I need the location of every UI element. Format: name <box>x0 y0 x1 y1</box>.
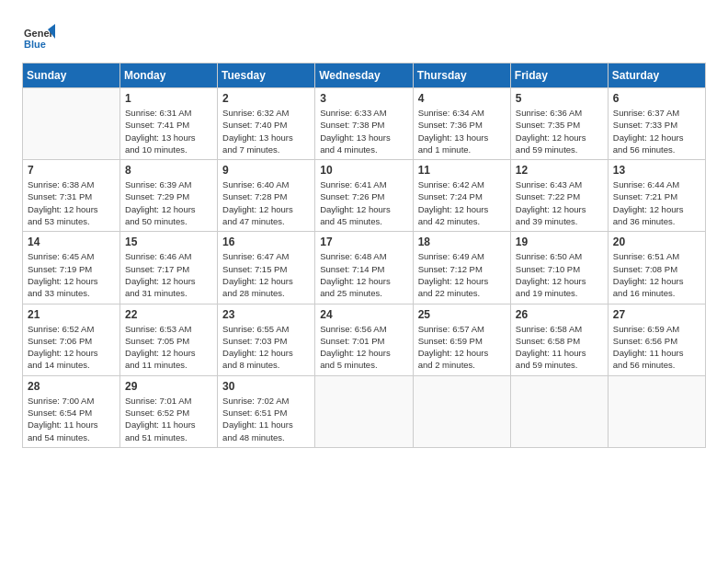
calendar-day-cell <box>510 375 608 447</box>
calendar-day-cell <box>608 375 705 447</box>
calendar-day-cell: 25Sunrise: 6:57 AM Sunset: 6:59 PM Dayli… <box>413 304 510 375</box>
day-number: 28 <box>28 380 115 393</box>
calendar-day-cell: 11Sunrise: 6:42 AM Sunset: 7:24 PM Dayli… <box>413 160 510 232</box>
day-number: 4 <box>418 92 506 105</box>
day-info: Sunrise: 6:31 AM Sunset: 7:41 PM Dayligh… <box>125 107 212 155</box>
calendar-day-cell: 15Sunrise: 6:46 AM Sunset: 7:17 PM Dayli… <box>120 232 218 304</box>
day-info: Sunrise: 6:32 AM Sunset: 7:40 PM Dayligh… <box>222 107 310 155</box>
day-info: Sunrise: 6:50 AM Sunset: 7:10 PM Dayligh… <box>516 250 603 299</box>
day-number: 10 <box>320 164 407 177</box>
calendar-day-cell: 16Sunrise: 6:47 AM Sunset: 7:15 PM Dayli… <box>218 232 315 304</box>
day-number: 23 <box>222 308 310 321</box>
day-number: 26 <box>516 308 603 321</box>
calendar-day-cell: 20Sunrise: 6:51 AM Sunset: 7:08 PM Dayli… <box>608 232 705 304</box>
calendar-day-cell: 10Sunrise: 6:41 AM Sunset: 7:26 PM Dayli… <box>315 160 413 232</box>
day-info: Sunrise: 6:46 AM Sunset: 7:17 PM Dayligh… <box>125 250 212 299</box>
calendar-day-cell: 24Sunrise: 6:56 AM Sunset: 7:01 PM Dayli… <box>315 304 413 375</box>
calendar-day-cell: 26Sunrise: 6:58 AM Sunset: 6:58 PM Dayli… <box>510 304 608 375</box>
day-number: 7 <box>28 164 115 177</box>
day-info: Sunrise: 6:59 AM Sunset: 6:56 PM Dayligh… <box>613 323 700 372</box>
calendar-week-row: 28Sunrise: 7:00 AM Sunset: 6:54 PM Dayli… <box>23 375 706 447</box>
weekday-header-cell: Sunday <box>23 63 120 88</box>
day-number: 3 <box>320 92 407 105</box>
day-info: Sunrise: 6:42 AM Sunset: 7:24 PM Dayligh… <box>418 178 506 227</box>
day-number: 12 <box>516 164 603 177</box>
day-info: Sunrise: 7:02 AM Sunset: 6:51 PM Dayligh… <box>222 395 310 443</box>
weekday-header-cell: Wednesday <box>315 63 413 88</box>
day-info: Sunrise: 6:45 AM Sunset: 7:19 PM Dayligh… <box>28 250 115 299</box>
weekday-header-cell: Tuesday <box>218 63 315 88</box>
calendar-day-cell: 28Sunrise: 7:00 AM Sunset: 6:54 PM Dayli… <box>23 375 120 447</box>
day-info: Sunrise: 6:40 AM Sunset: 7:28 PM Dayligh… <box>222 178 310 227</box>
day-info: Sunrise: 6:52 AM Sunset: 7:06 PM Dayligh… <box>28 323 115 372</box>
calendar-day-cell: 6Sunrise: 6:37 AM Sunset: 7:33 PM Daylig… <box>608 88 705 160</box>
calendar-day-cell: 7Sunrise: 6:38 AM Sunset: 7:31 PM Daylig… <box>23 160 120 232</box>
day-info: Sunrise: 6:49 AM Sunset: 7:12 PM Dayligh… <box>418 250 506 299</box>
calendar-day-cell: 4Sunrise: 6:34 AM Sunset: 7:36 PM Daylig… <box>413 88 510 160</box>
day-info: Sunrise: 7:00 AM Sunset: 6:54 PM Dayligh… <box>28 395 115 443</box>
day-number: 25 <box>418 308 506 321</box>
day-info: Sunrise: 6:38 AM Sunset: 7:31 PM Dayligh… <box>28 178 115 227</box>
calendar-day-cell: 12Sunrise: 6:43 AM Sunset: 7:22 PM Dayli… <box>510 160 608 232</box>
calendar-day-cell: 1Sunrise: 6:31 AM Sunset: 7:41 PM Daylig… <box>120 88 218 160</box>
logo-icon: General Blue <box>22 22 55 55</box>
day-info: Sunrise: 6:34 AM Sunset: 7:36 PM Dayligh… <box>418 107 506 155</box>
day-number: 9 <box>222 164 310 177</box>
day-number: 21 <box>28 308 115 321</box>
calendar-day-cell: 30Sunrise: 7:02 AM Sunset: 6:51 PM Dayli… <box>218 375 315 447</box>
svg-text:Blue: Blue <box>24 39 46 50</box>
calendar-day-cell <box>315 375 413 447</box>
day-number: 5 <box>516 92 603 105</box>
day-number: 27 <box>613 308 700 321</box>
day-info: Sunrise: 6:57 AM Sunset: 6:59 PM Dayligh… <box>418 323 506 372</box>
calendar-week-row: 14Sunrise: 6:45 AM Sunset: 7:19 PM Dayli… <box>23 232 706 304</box>
calendar-day-cell: 22Sunrise: 6:53 AM Sunset: 7:05 PM Dayli… <box>120 304 218 375</box>
calendar-day-cell: 27Sunrise: 6:59 AM Sunset: 6:56 PM Dayli… <box>608 304 705 375</box>
weekday-header-row: SundayMondayTuesdayWednesdayThursdayFrid… <box>23 63 706 88</box>
calendar-day-cell: 2Sunrise: 6:32 AM Sunset: 7:40 PM Daylig… <box>218 88 315 160</box>
calendar-day-cell: 9Sunrise: 6:40 AM Sunset: 7:28 PM Daylig… <box>218 160 315 232</box>
day-info: Sunrise: 6:47 AM Sunset: 7:15 PM Dayligh… <box>222 250 310 299</box>
weekday-header-cell: Monday <box>120 63 218 88</box>
day-info: Sunrise: 7:01 AM Sunset: 6:52 PM Dayligh… <box>125 395 212 443</box>
calendar-body: 1Sunrise: 6:31 AM Sunset: 7:41 PM Daylig… <box>23 88 706 448</box>
calendar-day-cell: 18Sunrise: 6:49 AM Sunset: 7:12 PM Dayli… <box>413 232 510 304</box>
day-number: 14 <box>28 236 115 248</box>
day-number: 29 <box>125 380 212 393</box>
calendar-day-cell: 29Sunrise: 7:01 AM Sunset: 6:52 PM Dayli… <box>120 375 218 447</box>
day-number: 13 <box>613 164 700 177</box>
weekday-header-cell: Saturday <box>608 63 705 88</box>
day-info: Sunrise: 6:39 AM Sunset: 7:29 PM Dayligh… <box>125 178 212 227</box>
calendar-table: SundayMondayTuesdayWednesdayThursdayFrid… <box>22 63 706 448</box>
calendar-day-cell: 14Sunrise: 6:45 AM Sunset: 7:19 PM Dayli… <box>23 232 120 304</box>
calendar-day-cell: 8Sunrise: 6:39 AM Sunset: 7:29 PM Daylig… <box>120 160 218 232</box>
calendar-week-row: 7Sunrise: 6:38 AM Sunset: 7:31 PM Daylig… <box>23 160 706 232</box>
weekday-header-cell: Friday <box>510 63 608 88</box>
day-info: Sunrise: 6:36 AM Sunset: 7:35 PM Dayligh… <box>516 107 603 155</box>
calendar-day-cell: 17Sunrise: 6:48 AM Sunset: 7:14 PM Dayli… <box>315 232 413 304</box>
day-number: 1 <box>125 92 212 105</box>
day-number: 20 <box>613 236 700 248</box>
weekday-header-cell: Thursday <box>413 63 510 88</box>
day-number: 17 <box>320 236 407 248</box>
day-info: Sunrise: 6:51 AM Sunset: 7:08 PM Dayligh… <box>613 250 700 299</box>
header: General Blue <box>22 18 706 55</box>
logo: General Blue <box>22 22 59 55</box>
day-number: 16 <box>222 236 310 248</box>
day-number: 30 <box>222 380 310 393</box>
calendar-week-row: 1Sunrise: 6:31 AM Sunset: 7:41 PM Daylig… <box>23 88 706 160</box>
day-info: Sunrise: 6:56 AM Sunset: 7:01 PM Dayligh… <box>320 323 407 372</box>
day-number: 6 <box>613 92 700 105</box>
day-info: Sunrise: 6:44 AM Sunset: 7:21 PM Dayligh… <box>613 178 700 227</box>
calendar-day-cell: 21Sunrise: 6:52 AM Sunset: 7:06 PM Dayli… <box>23 304 120 375</box>
day-info: Sunrise: 6:33 AM Sunset: 7:38 PM Dayligh… <box>320 107 407 155</box>
calendar-day-cell <box>413 375 510 447</box>
day-info: Sunrise: 6:55 AM Sunset: 7:03 PM Dayligh… <box>222 323 310 372</box>
calendar-day-cell: 19Sunrise: 6:50 AM Sunset: 7:10 PM Dayli… <box>510 232 608 304</box>
day-number: 18 <box>418 236 506 248</box>
day-number: 11 <box>418 164 506 177</box>
day-info: Sunrise: 6:43 AM Sunset: 7:22 PM Dayligh… <box>516 178 603 227</box>
day-number: 22 <box>125 308 212 321</box>
calendar-day-cell: 3Sunrise: 6:33 AM Sunset: 7:38 PM Daylig… <box>315 88 413 160</box>
calendar-day-cell <box>23 88 120 160</box>
